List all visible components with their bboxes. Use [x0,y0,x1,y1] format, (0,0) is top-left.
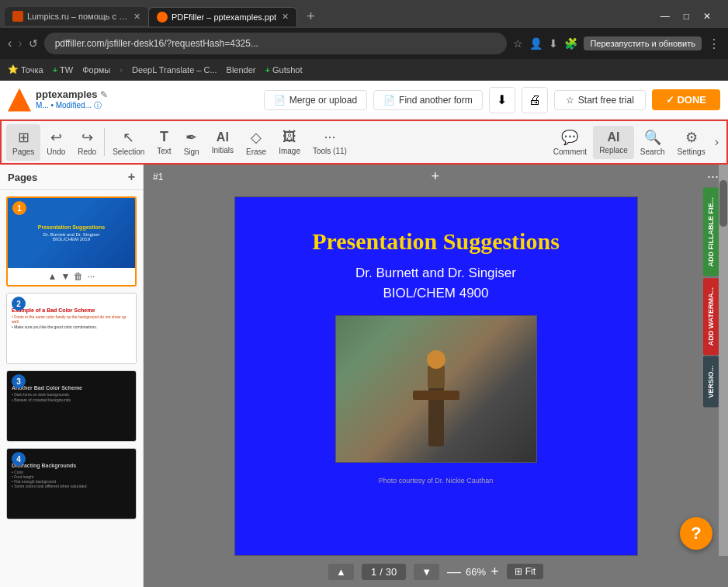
canvas-add-page-icon[interactable]: + [431,168,439,185]
page3-num: 3 [12,374,26,388]
merge-upload-button[interactable]: 📄 Merge or upload [264,90,367,110]
addr-icons: ☆ 👤 ⬇ 🧩 [513,37,577,50]
star-icon[interactable]: ☆ [513,37,523,50]
page1-up-btn[interactable]: ▲ [48,271,57,282]
forward-button[interactable]: › [18,36,22,50]
page1-down-btn[interactable]: ▼ [61,271,70,282]
address-input[interactable] [44,33,508,54]
bookmark-item-6[interactable]: + Gutshot [265,65,303,75]
tool-image[interactable]: 🖼 Image [272,124,307,160]
reload-button[interactable]: ↺ [29,37,38,50]
profile-icon[interactable]: 👤 [529,37,543,50]
done-label: ✓ DONE [666,94,706,106]
refresh-translate-button[interactable]: Перезапустить и обновить [584,36,702,50]
tool-sign[interactable]: ✒ Sign [178,124,206,161]
pages-label: Pages [12,148,34,156]
canvas-more-icon[interactable]: ··· [707,168,719,185]
initials-icon: AI [217,130,229,144]
tool-undo[interactable]: ↩ Undo [40,124,71,161]
redo-label: Redo [78,148,96,156]
sign-label: Sign [184,148,199,156]
find-form-label: Find another form [399,95,473,106]
bookmark6-label: Gutshot [272,65,303,75]
print-button[interactable]: 🖨 [522,87,548,113]
erase-label: Erase [246,148,266,156]
fit-button[interactable]: ⊞ Fit [507,564,543,579]
bookmark-item-2[interactable]: + TW [53,65,74,75]
zoom-out-button[interactable]: — [447,564,461,580]
right-tab-watermark[interactable]: ADD WATERMA... [703,278,719,355]
page-thumb-2[interactable]: 2 Example of a Bad Color Scheme • Fonts … [6,293,137,364]
tool-tools11[interactable]: ··· Tools (11) [307,124,353,160]
prev-page-button[interactable]: ▲ [328,564,354,580]
tool-comment[interactable]: 💬 Comment [547,124,593,161]
start-free-label: Start free trial [578,95,634,106]
find-form-button[interactable]: 📄 Find another form [373,90,483,110]
done-button[interactable]: ✓ DONE [652,89,720,110]
page-current: 1 [371,566,376,578]
find-form-icon: 📄 [383,95,395,106]
bookmark5-label: Blender [227,65,256,75]
tools-collapse-btn[interactable]: › [712,130,722,154]
vertical-scrollbar[interactable] [719,165,728,556]
tab2-label: PDFfiller – pptexamples.ppt [172,12,276,22]
right-tab-versio[interactable]: VERSIO... [703,356,719,408]
close-button[interactable]: ✕ [699,9,716,23]
page-thumb-1[interactable]: 1 Presentation Suggestions Dr. Burnett a… [6,196,137,287]
menu-icon[interactable]: ⋮ [708,36,720,51]
right-tab-fillable[interactable]: ADD FILLABLE FIE... [703,188,719,276]
replace-icon: AI [607,130,619,144]
canvas-scroll-area[interactable]: Presentation Suggestions Dr. Burnett and… [144,189,728,556]
tab1-label: Lumpics.ru – помощь с компью... [27,12,128,21]
download-icon[interactable]: ⬇ [549,37,558,50]
sidebar-add-page-icon[interactable]: + [128,170,135,184]
comment-label: Comment [553,148,587,156]
tool-replace[interactable]: AI Replace [593,126,634,159]
tool-text[interactable]: T Text [151,124,177,160]
tool-pages[interactable]: ⊞ Pages [6,124,40,161]
page1-delete-btn[interactable]: 🗑 [74,271,83,282]
doc-edit-icon[interactable]: ✎ [100,89,108,100]
page2-img: Example of a Bad Color Scheme • Fonts in… [7,294,136,363]
zoom-controls: — 66% + [447,564,499,580]
page-thumb-4[interactable]: 4 Distracting Backgrounds • Color • Font… [6,448,137,519]
zoom-in-button[interactable]: + [491,564,499,580]
window-controls: — □ ✕ [648,9,723,23]
page-sep: / [380,566,383,578]
tool-selection[interactable]: ↖ Selection [106,124,151,161]
maximize-button[interactable]: □ [679,9,694,23]
bookmark4-label: DeepL Translate – С... [132,65,217,75]
scrollbar-thumb[interactable] [719,180,727,227]
bookmark6-icon: + [265,65,270,75]
tab2-close[interactable]: ✕ [282,12,289,22]
tool-erase[interactable]: ◇ Erase [240,124,272,161]
bookmark-item-4[interactable]: DeepL Translate – С... [132,65,217,75]
extensions-icon[interactable]: 🧩 [564,37,577,50]
tool-initials[interactable]: AI Initials [206,126,240,159]
bookmarks-bar: ⭐ Точка + TW Формы › DeepL Translate – С… [0,59,728,81]
page-thumb-3[interactable]: 3 Another Bad Color Scheme • Dark fonts … [6,370,137,442]
minimize-button[interactable]: — [656,9,674,23]
bookmark-item-5[interactable]: Blender [227,65,256,75]
bookmark-item-3[interactable]: Формы [82,65,110,75]
download-button[interactable]: ⬇ [489,87,515,113]
tool-divider1 [104,128,105,156]
help-button[interactable]: ? [680,517,712,550]
print-icon: 🖨 [529,93,541,107]
page1-more-btn[interactable]: ··· [87,271,95,282]
tab1-close[interactable]: ✕ [133,12,140,22]
back-button[interactable]: ‹ [8,36,12,50]
bookmark-item-1[interactable]: ⭐ Точка [8,64,43,75]
new-tab-button[interactable]: + [300,9,321,25]
tool-redo[interactable]: ↪ Redo [71,124,102,161]
tool-search[interactable]: 🔍 Search [634,124,671,161]
comment-icon: 💬 [561,129,578,146]
page1-img: Presentation Suggestions Dr. Burnett and… [8,198,135,268]
pdf-subtitle: Dr. Burnett and Dr. Singiser [235,266,637,281]
next-page-button[interactable]: ▼ [414,564,439,580]
start-free-button[interactable]: ☆ Start free trial [554,90,646,110]
tab2[interactable]: PDFfiller – pptexamples.ppt ✕ [148,7,297,26]
tab1[interactable]: Lumpics.ru – помощь с компью... ✕ [5,7,148,26]
tool-settings[interactable]: ⚙ Settings [671,124,712,161]
pdf-caption: Photo courtesy of Dr. Nickie Cauthan [235,477,637,485]
